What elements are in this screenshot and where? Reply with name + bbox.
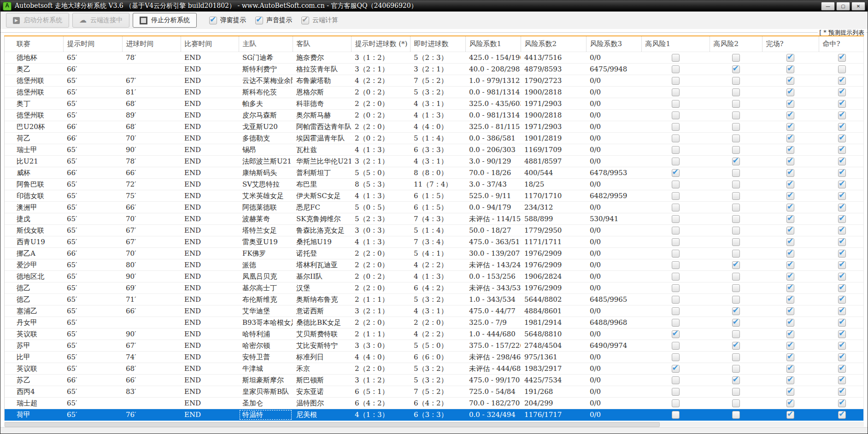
table-row[interactable]: 斯伐女联65′67′END塔特兰女足鲁森比洛克女足3（0：3）5（1：4）50.… — [5, 225, 864, 236]
table-row[interactable]: 苏乙66′66′END斯坦豪斯摩尔斯巴顿斯3（1：2）5（3：2）475.0 -… — [5, 375, 864, 386]
high-risk2-checkbox[interactable] — [732, 215, 740, 223]
high-risk2-checkbox[interactable] — [732, 65, 740, 73]
hit-checkbox[interactable] — [838, 376, 846, 384]
hit-checkbox[interactable] — [838, 158, 846, 165]
column-header-league[interactable]: 联赛 — [5, 36, 63, 52]
table-row[interactable]: 塞浦乙65′66′END艾华迪堡意诺西斯3（2：1）4（3：1）475.0 - … — [5, 305, 864, 317]
table-row[interactable]: 澳洲甲65′66′END阿德莱德联悉尼FC5（0：5）6（1：5）0.0 - 9… — [5, 202, 864, 213]
high-risk2-checkbox[interactable] — [732, 135, 740, 142]
high-risk2-checkbox[interactable] — [732, 273, 740, 281]
close-button[interactable]: ✕ — [851, 2, 865, 11]
column-header-risk3[interactable]: 风险系数3 — [586, 36, 641, 52]
high-risk1-checkbox[interactable] — [672, 158, 680, 165]
column-header-home[interactable]: 主队 — [239, 36, 293, 52]
finished-checkbox[interactable] — [786, 399, 794, 407]
finished-checkbox[interactable] — [786, 261, 794, 269]
high-risk2-checkbox[interactable] — [732, 330, 740, 338]
finished-checkbox[interactable] — [786, 250, 794, 258]
finished-checkbox[interactable] — [786, 123, 794, 131]
high-risk1-checkbox[interactable] — [672, 181, 680, 188]
table-row[interactable]: 捷戊65′70′END波赫莱奇SK克鲁姆维尔5（2：3）7（4：3）未评估 - … — [5, 213, 864, 225]
high-risk2-checkbox[interactable] — [732, 307, 740, 315]
hit-checkbox[interactable] — [838, 135, 846, 142]
hit-checkbox[interactable] — [838, 192, 846, 200]
finished-checkbox[interactable] — [786, 215, 794, 223]
high-risk2-checkbox[interactable] — [732, 376, 740, 384]
table-row[interactable]: 荷乙66′70′END多德勒支埃因霍温青年队2（0：2）5（1：4）0.0 - … — [5, 133, 864, 144]
finished-checkbox[interactable] — [786, 77, 794, 85]
finished-checkbox[interactable] — [786, 411, 794, 419]
finished-checkbox[interactable] — [786, 284, 794, 292]
hit-checkbox[interactable] — [838, 365, 846, 373]
high-risk2-checkbox[interactable] — [732, 111, 740, 119]
table-row[interactable]: 德地杯65′78′ENDSG门迪希施奈费尔3（1：2）5（2：3）425.0 -… — [5, 52, 864, 64]
high-risk2-checkbox[interactable] — [732, 261, 740, 269]
high-risk1-checkbox[interactable] — [672, 319, 680, 327]
hit-checkbox[interactable] — [838, 204, 846, 211]
finished-checkbox[interactable] — [786, 376, 794, 384]
hit-checkbox[interactable] — [838, 111, 846, 119]
high-risk1-checkbox[interactable] — [672, 399, 680, 407]
finished-checkbox[interactable] — [786, 319, 794, 327]
table-row[interactable]: 德堡州联65′81′END斯科布伦茨恩格尔斯2（0：2）5（3：2）0.0 - … — [5, 87, 864, 98]
hit-checkbox[interactable] — [838, 77, 846, 85]
high-risk1-checkbox[interactable] — [672, 307, 680, 315]
hit-checkbox[interactable] — [838, 399, 846, 407]
finished-checkbox[interactable] — [786, 169, 794, 177]
high-risk1-checkbox[interactable] — [672, 65, 680, 73]
table-row[interactable]: 西青U1965′67′END雷奥亚U19桑托旭U194（1：3）7（3：4）47… — [5, 236, 864, 248]
table-row[interactable]: 苏甲65′67′END哈密尔顿艾比安斯特宁3（3：0）5（5：0）375.0 -… — [5, 340, 864, 352]
hit-checkbox[interactable] — [838, 319, 846, 327]
high-risk2-checkbox[interactable] — [732, 411, 740, 419]
finished-checkbox[interactable] — [786, 342, 794, 350]
high-risk1-checkbox[interactable] — [672, 204, 680, 211]
high-risk2-checkbox[interactable] — [732, 146, 740, 154]
hit-checkbox[interactable] — [838, 227, 846, 235]
hit-checkbox[interactable] — [838, 123, 846, 131]
high-risk1-checkbox[interactable] — [672, 411, 680, 419]
high-risk1-checkbox[interactable] — [672, 88, 680, 96]
finished-checkbox[interactable] — [786, 111, 794, 119]
column-header-hit[interactable]: 命中? — [819, 36, 864, 52]
hit-checkbox[interactable] — [838, 307, 846, 315]
high-risk2-checkbox[interactable] — [732, 88, 740, 96]
column-header-match-time[interactable]: 比赛时间 — [181, 36, 239, 52]
finished-checkbox[interactable] — [786, 365, 794, 373]
high-risk1-checkbox[interactable] — [672, 250, 680, 258]
high-risk2-checkbox[interactable] — [732, 204, 740, 211]
table-row[interactable]: 德地区北65′90′END凤凰吕贝克基尔II队2（0：2）4（1：3）0.0 -… — [5, 271, 864, 282]
column-header-live-goals[interactable]: 即时进球数 — [410, 36, 465, 52]
column-header-risk1[interactable]: 风险系数1 — [465, 36, 521, 52]
column-header-high-risk1[interactable]: 高风险1 — [641, 36, 710, 52]
high-risk2-checkbox[interactable] — [732, 169, 740, 177]
high-risk1-checkbox[interactable] — [672, 296, 680, 304]
hit-checkbox[interactable] — [838, 388, 846, 396]
high-risk2-checkbox[interactable] — [732, 54, 740, 62]
table-row[interactable]: 德堡州联65′89′END皮尔马森斯奥尔斯马赫2（0：2）4（1：3）0.0 -… — [5, 110, 864, 121]
hit-checkbox[interactable] — [838, 411, 846, 419]
high-risk1-checkbox[interactable] — [672, 365, 680, 373]
table-row[interactable]: 丹女甲65′ENDB93哥本哈根女足桑德比BK女足2（2：0）2（2：0）325… — [5, 317, 864, 328]
hit-checkbox[interactable] — [838, 353, 846, 361]
hit-checkbox[interactable] — [838, 296, 846, 304]
table-row[interactable]: 奥丁65′68′END帕多夫科菲德奇2（2：0）4（3：1）325.0 - 43… — [5, 98, 864, 110]
column-header-tip-goals[interactable]: 提示时进球数 (*) — [351, 36, 410, 52]
finished-checkbox[interactable] — [786, 100, 794, 108]
hit-checkbox[interactable] — [838, 88, 846, 96]
table-row[interactable]: 西丙465′83′END皇家贝蒂斯B队安东亚诺6（5：1）7（5：2）725.0… — [5, 386, 864, 398]
hit-checkbox[interactable] — [838, 65, 846, 73]
popup-alert-checkbox[interactable] — [209, 17, 217, 24]
hit-checkbox[interactable] — [838, 330, 846, 338]
finished-checkbox[interactable] — [786, 181, 794, 188]
table-row[interactable]: 比甲65′74′END安特卫普标准列日4（4：0）6（6：0）未评估 - 298… — [5, 352, 864, 363]
finished-checkbox[interactable] — [786, 88, 794, 96]
table-row[interactable]: 荷甲65′76′END特温特尼美根4（1：3）6（3：3）0.0 - 324/4… — [5, 409, 864, 421]
high-risk2-checkbox[interactable] — [732, 100, 740, 108]
finished-checkbox[interactable] — [786, 135, 794, 142]
minimize-button[interactable]: — — [821, 2, 835, 11]
finished-checkbox[interactable] — [786, 273, 794, 281]
finished-checkbox[interactable] — [786, 192, 794, 200]
high-risk1-checkbox[interactable] — [672, 227, 680, 235]
high-risk1-checkbox[interactable] — [672, 376, 680, 384]
high-risk1-checkbox[interactable] — [672, 342, 680, 350]
